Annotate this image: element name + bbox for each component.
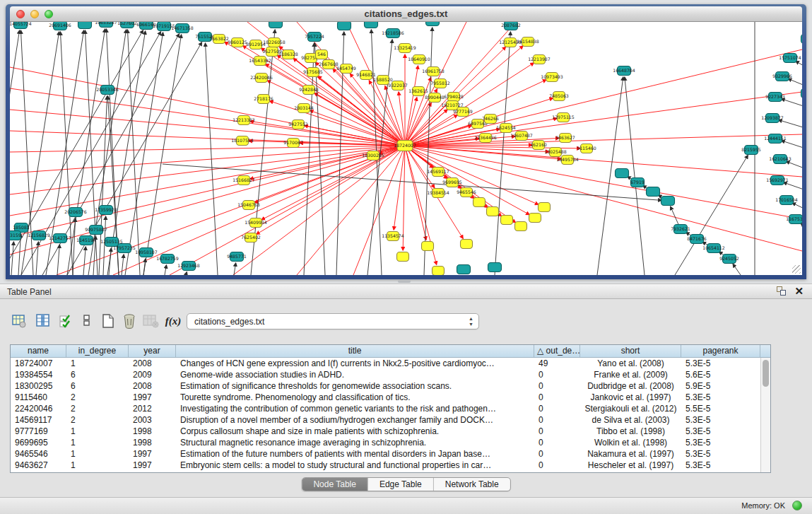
graph-node[interactable]: 10607487 — [510, 132, 533, 141]
graph-node[interactable]: 10654112 — [702, 244, 725, 253]
new-table-icon[interactable] — [99, 312, 117, 330]
graph-node[interactable] — [269, 22, 283, 28]
graph-node[interactable] — [616, 169, 629, 178]
delete-table-icon[interactable] — [120, 312, 139, 330]
graph-node[interactable]: 7625402 — [241, 233, 261, 243]
graph-node[interactable]: 20691406 — [49, 22, 71, 30]
column-header-name[interactable]: name — [11, 345, 66, 357]
table-row[interactable]: 1830029562008Estimation of significance … — [11, 380, 770, 392]
graph-node[interactable]: 1527602 — [117, 22, 137, 28]
table-row[interactable]: 911546021997Tourette syndrome. Phenomeno… — [11, 392, 770, 403]
graph-node[interactable]: 15692971 — [766, 176, 789, 185]
tab-edge-table[interactable]: Edge Table — [368, 478, 434, 491]
table-row[interactable]: 969969511998Structural magnetic resonanc… — [11, 437, 770, 448]
graph-node[interactable]: 2718176 — [254, 95, 273, 104]
graph-node[interactable]: 16961758 — [422, 67, 445, 76]
window-resize-grip[interactable] — [792, 265, 801, 274]
graph-node[interactable] — [661, 197, 675, 206]
graph-node[interactable] — [433, 267, 445, 276]
import-table-icon[interactable] — [141, 312, 160, 330]
scrollbar-thumb[interactable] — [763, 360, 769, 387]
network-canvas[interactable]: 1405572420691406106532871527602696616010… — [10, 22, 802, 275]
graph-node[interactable]: 17957235 — [113, 244, 136, 253]
graph-node[interactable]: 10958107 — [135, 248, 158, 257]
function-builder-icon[interactable]: f(x) — [164, 312, 182, 330]
close-panel-icon[interactable]: ✕ — [794, 286, 804, 296]
tab-network-table[interactable]: Network Table — [434, 478, 510, 491]
graph-node[interactable]: 9115460 — [577, 144, 596, 153]
graph-node[interactable]: 19384554 — [427, 189, 449, 198]
graph-node[interactable]: 8215955 — [741, 146, 761, 155]
graph-node[interactable]: 9485771 — [227, 252, 247, 262]
graph-node[interactable] — [487, 207, 499, 216]
graph-node[interactable]: 22420046 — [250, 74, 273, 83]
graph-node[interactable] — [473, 198, 486, 207]
graph-node[interactable]: 7957224 — [305, 33, 324, 42]
table-row[interactable]: 1456911722003Disruption of a novel membe… — [11, 414, 770, 426]
graph-node[interactable]: 162160 — [530, 141, 547, 150]
column-visibility-icon[interactable] — [34, 312, 52, 330]
graph-node[interactable]: 12975115 — [552, 113, 575, 122]
graph-node[interactable] — [78, 22, 92, 29]
graph-node[interactable]: 8186328 — [278, 50, 298, 59]
graph-node[interactable]: 18107554 — [231, 136, 254, 146]
float-panel-icon[interactable] — [777, 286, 786, 296]
graph-node[interactable] — [397, 252, 409, 262]
graph-node[interactable]: 18640910 — [408, 55, 430, 64]
graph-node[interactable]: 15166827 — [233, 176, 255, 185]
graph-node[interactable]: 28053346 — [96, 86, 119, 95]
graph-node[interactable]: 15409934 — [245, 218, 267, 228]
table-row[interactable]: 1938455462009Genome-wide association stu… — [11, 369, 770, 380]
graph-node[interactable]: 18495784 — [556, 156, 579, 165]
graph-node[interactable]: 15046768 — [237, 201, 260, 210]
graph-node[interactable]: 11354574 — [382, 232, 404, 241]
graph-node[interactable] — [529, 214, 541, 223]
graph-node[interactable]: 12142757 — [49, 234, 71, 243]
graph-node[interactable] — [461, 240, 473, 249]
graph-node[interactable]: 16543392 — [249, 57, 271, 66]
graph-node[interactable]: 2087682 — [501, 22, 521, 30]
graph-node[interactable]: 7955812 — [430, 79, 450, 88]
table-selector-dropdown[interactable]: citations_edges.txt ▲▼ — [187, 313, 479, 329]
graph-node[interactable]: 14055724 — [10, 22, 32, 29]
graph-node[interactable] — [488, 263, 502, 272]
graph-node[interactable]: 16648784 — [613, 66, 635, 76]
graph-node[interactable]: 7932621 — [671, 225, 690, 234]
graph-node[interactable]: 33159 — [10, 231, 21, 240]
graph-node[interactable]: 7485063 — [549, 92, 569, 101]
graph-node[interactable]: 7663822 — [209, 35, 229, 44]
graph-node[interactable]: 9175685 — [303, 68, 323, 77]
graph-node[interactable]: 2803144 — [294, 104, 314, 113]
graph-node[interactable]: 8454749 — [336, 64, 356, 74]
row-height-icon[interactable] — [78, 312, 96, 330]
graph-node[interactable] — [515, 222, 527, 231]
graph-node[interactable]: 15751074 — [779, 54, 801, 63]
graph-node[interactable] — [501, 216, 513, 225]
graph-node[interactable]: 9777169 — [453, 107, 473, 117]
graph-node[interactable]: 14671358 — [171, 24, 194, 33]
graph-node[interactable]: 20206576 — [64, 208, 87, 217]
graph-node[interactable]: 6794028 — [444, 93, 464, 102]
graph-node[interactable]: 17359928 — [95, 206, 117, 215]
graph-node[interactable]: 1167533 — [786, 215, 802, 224]
column-header-pagerank[interactable]: pagerank — [681, 345, 760, 357]
graph-node[interactable]: 546 — [316, 50, 328, 59]
graph-node[interactable] — [539, 203, 551, 212]
graph-node[interactable] — [647, 187, 660, 197]
graph-node[interactable] — [365, 22, 378, 28]
graph-node[interactable]: 18724007 — [394, 141, 416, 151]
graph-node[interactable]: 12213987 — [528, 55, 551, 64]
graph-node[interactable] — [338, 22, 351, 30]
table-options-icon[interactable] — [10, 312, 28, 330]
graph-node[interactable] — [801, 35, 803, 44]
graph-node[interactable]: 17016504 — [775, 196, 798, 205]
table-row[interactable]: 2242004622012Investigating the contribut… — [11, 403, 770, 414]
graph-node[interactable]: 8990448 — [425, 93, 445, 103]
table-row[interactable]: 977716911998Corpus callosum shape and si… — [11, 426, 770, 437]
graph-node[interactable] — [457, 265, 471, 274]
table-row[interactable]: 1872400712008Changes of HCN gene express… — [11, 358, 770, 369]
column-header-year[interactable]: year — [129, 345, 176, 357]
graph-node[interactable]: 8471676 — [687, 235, 707, 244]
graph-node[interactable]: 12093877 — [761, 114, 784, 123]
graph-node[interactable]: 746266 — [482, 115, 499, 124]
